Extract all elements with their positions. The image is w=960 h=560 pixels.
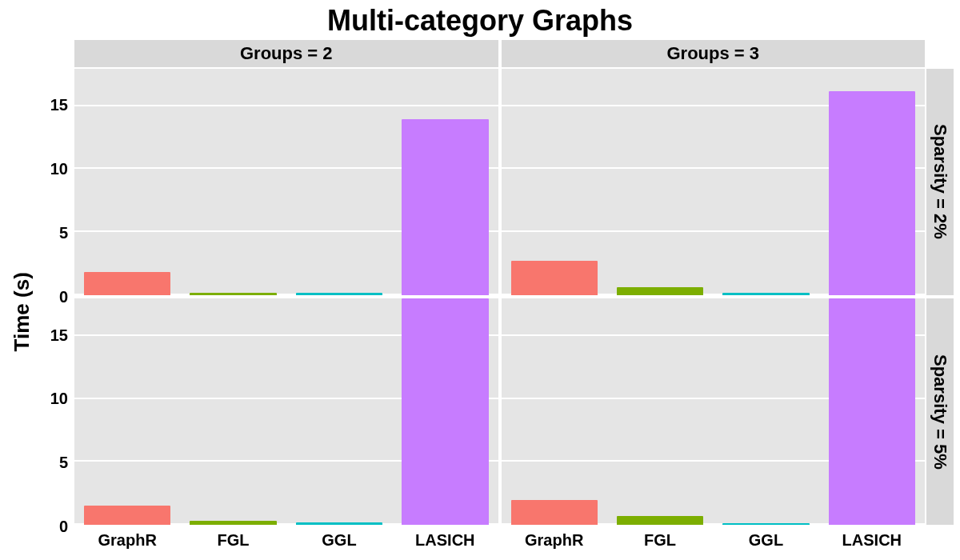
facet-row-strip: Sparsity = 5% <box>926 298 954 525</box>
y-tick-labels: 051015 <box>38 67 73 297</box>
bar-cell <box>713 69 818 295</box>
y-tick-label: 15 <box>50 96 68 114</box>
y-tick-label: 0 <box>59 518 68 536</box>
x-tick-label: GGL <box>286 526 392 554</box>
bar-cell <box>713 298 818 525</box>
bar-cell <box>607 298 713 525</box>
facet-row-label: Sparsity = 5% <box>930 354 950 470</box>
bar-cell <box>502 69 607 295</box>
facet-col-strip: Groups = 3 <box>502 40 926 67</box>
bar-cell <box>502 298 607 525</box>
y-tick-label: 15 <box>50 326 68 344</box>
bar-FGL <box>617 287 703 294</box>
y-tick-label: 5 <box>59 454 68 472</box>
chart-body: Time (s) Groups = 2 Groups = 3 051015 <box>6 40 954 554</box>
bar-GGL <box>296 293 382 294</box>
bar-FGL <box>617 516 703 525</box>
bar-cell <box>180 69 286 295</box>
facet-col-label: Groups = 2 <box>240 43 333 64</box>
bar-cell <box>180 298 286 525</box>
bar-GGL <box>722 293 809 294</box>
facet-row-label: Sparsity = 2% <box>930 124 950 239</box>
panel-row: 051015 <box>38 67 926 297</box>
bar-GGL <box>722 523 809 525</box>
panel-row: 051015 <box>38 297 926 526</box>
bar-cell <box>392 69 498 295</box>
bar-LASICH <box>402 298 488 525</box>
chart-title: Multi-category Graphs <box>6 5 954 37</box>
bar-GraphR <box>511 500 598 525</box>
bar-cell <box>607 69 713 295</box>
bars <box>74 69 498 295</box>
bars <box>74 298 498 525</box>
facet-col-strip: Groups = 2 <box>74 40 498 67</box>
bar-cell <box>74 69 180 295</box>
bar-GGL <box>296 522 382 525</box>
x-tick-label: GraphR <box>74 526 180 554</box>
bar-cell <box>74 298 180 525</box>
bar-cell <box>286 298 392 525</box>
bar-LASICH <box>402 119 488 295</box>
panel <box>74 69 498 295</box>
x-tick-label: GGL <box>713 526 818 554</box>
facet-area: Groups = 2 Groups = 3 051015 051015 <box>38 40 926 554</box>
bars <box>502 69 926 295</box>
bar-cell <box>392 298 498 525</box>
x-tick-label: LASICH <box>392 526 498 554</box>
panel <box>74 298 498 525</box>
bar-cell <box>286 69 392 295</box>
bar-GraphR <box>84 506 170 525</box>
x-tick-label: GraphR <box>502 526 607 554</box>
y-tick-label: 5 <box>59 224 68 242</box>
panel <box>502 298 926 525</box>
facet-col-strips: Groups = 2 Groups = 3 <box>38 40 926 67</box>
bar-GraphR <box>84 272 170 294</box>
y-tick-label: 10 <box>50 160 68 178</box>
x-tick-label: FGL <box>180 526 286 554</box>
bar-FGL <box>190 293 276 295</box>
bars <box>502 298 926 525</box>
bar-cell <box>819 298 925 525</box>
bar-cell <box>819 69 925 295</box>
spacer <box>38 40 73 67</box>
spacer <box>926 526 954 554</box>
x-tick-label: LASICH <box>819 526 925 554</box>
facet-col-label: Groups = 3 <box>666 43 759 64</box>
y-tick-labels: 051015 <box>38 297 73 526</box>
bar-GraphR <box>511 261 598 294</box>
y-tick-label: 10 <box>50 390 68 408</box>
faceted-bar-chart: Multi-category Graphs Time (s) Groups = … <box>0 0 960 560</box>
bar-LASICH <box>829 298 915 525</box>
facet-row-strip: Sparsity = 2% <box>926 69 954 295</box>
facet-row-strips: Sparsity = 2% Sparsity = 5% <box>926 67 954 554</box>
x-tick-label: FGL <box>607 526 713 554</box>
x-tick-row: GraphRFGLGGLLASICH GraphRFGLGGLLASICH <box>38 526 926 554</box>
x-tick-labels: GraphRFGLGGLLASICH <box>74 526 498 554</box>
y-axis-label: Time (s) <box>6 40 38 554</box>
panel-rows: 051015 051015 <box>38 67 926 526</box>
bar-FGL <box>190 521 276 525</box>
bar-LASICH <box>829 91 915 295</box>
x-tick-labels: GraphRFGLGGLLASICH <box>502 526 926 554</box>
panel <box>502 69 926 295</box>
